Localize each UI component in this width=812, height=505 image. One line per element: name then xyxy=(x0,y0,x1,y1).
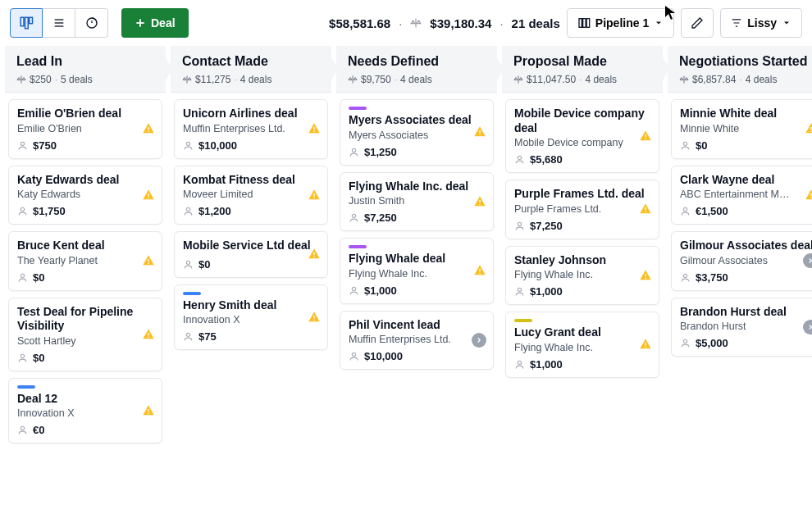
deal-title: Minnie White deal xyxy=(680,107,812,121)
deal-title: Myers Associates deal xyxy=(349,113,485,128)
column-header[interactable]: Contact Made$11,275·4 deals xyxy=(171,46,331,93)
pipeline-column: Needs Defined$9,750·4 dealsMyers Associa… xyxy=(336,46,497,450)
svg-rect-27 xyxy=(148,412,148,413)
column-header[interactable]: Lead In$250·5 deals xyxy=(5,46,166,93)
deal-value: $10,000 xyxy=(198,139,237,152)
deal-value: $750 xyxy=(33,139,57,152)
top-toolbar: Deal $58,581.68 · $39,180.34 · 21 deals … xyxy=(0,0,812,46)
next-stage-icon[interactable] xyxy=(803,253,812,268)
list-view-button[interactable] xyxy=(43,8,75,38)
svg-rect-26 xyxy=(148,409,148,412)
deal-card[interactable]: Mobile Device company dealMobile Device … xyxy=(505,99,659,173)
svg-rect-0 xyxy=(21,17,24,26)
person-icon xyxy=(17,206,28,216)
column-title: Proposal Made xyxy=(513,54,653,69)
add-deal-button[interactable]: Deal xyxy=(121,8,189,38)
deal-card[interactable]: Brandon Hurst dealBrandon Hurst$5,000 xyxy=(671,298,812,357)
svg-rect-64 xyxy=(810,131,811,132)
warning-icon xyxy=(142,328,155,341)
deal-count: 21 deals xyxy=(512,16,560,30)
forecast-view-button[interactable] xyxy=(75,8,108,38)
next-stage-icon[interactable] xyxy=(472,333,486,348)
deal-value-row: $0 xyxy=(183,258,319,271)
deal-card[interactable]: Purple Frames Ltd. dealPurple Frames Ltd… xyxy=(505,180,659,239)
deal-card[interactable]: Katy Edwards dealKaty Edwards$1,750 xyxy=(8,166,162,225)
deal-title: Deal 12 xyxy=(17,392,153,407)
deal-card[interactable]: Flying Whale dealFlying Whale Inc.$1,000 xyxy=(340,238,494,304)
svg-rect-2 xyxy=(30,17,33,24)
person-icon xyxy=(680,140,691,151)
deal-org: Muffin Enterprises Ltd. xyxy=(349,334,485,345)
deal-value-row: €1,500 xyxy=(680,205,812,217)
deal-value-row: $5,000 xyxy=(680,337,812,349)
pipeline-column: Proposal Made$11,047.50·4 dealsMobile De… xyxy=(502,46,663,450)
deal-org: Purple Frames Ltd. xyxy=(514,203,650,215)
card-tag-stripe xyxy=(183,292,201,295)
person-icon xyxy=(349,351,359,362)
svg-point-53 xyxy=(518,222,521,225)
deal-card[interactable]: Phil Vincent leadMuffin Enterprises Ltd.… xyxy=(340,311,494,371)
next-stage-icon[interactable] xyxy=(803,320,812,334)
deal-org: Myers Associates xyxy=(349,130,485,141)
column-header[interactable]: Negotiations Started$6,857.84·4 deals xyxy=(668,46,812,93)
svg-rect-17 xyxy=(148,193,148,196)
card-tag-stripe xyxy=(349,107,367,110)
pipeline-selector[interactable]: Pipeline 1 xyxy=(567,8,674,38)
scale-icon xyxy=(513,75,523,84)
deal-value-row: $1,000 xyxy=(514,358,650,371)
pencil-icon xyxy=(691,16,704,30)
svg-rect-32 xyxy=(313,193,314,196)
warning-icon xyxy=(805,189,812,202)
edit-pipeline-button[interactable] xyxy=(681,8,714,38)
column-title: Needs Defined xyxy=(348,54,487,69)
deal-title: Bruce Kent deal xyxy=(17,239,153,253)
warning-icon xyxy=(805,122,812,135)
deal-card[interactable]: Emilie O'Brien dealEmilie O'Brien$750 xyxy=(8,99,162,159)
list-icon xyxy=(52,16,66,30)
person-icon xyxy=(17,425,28,435)
deal-card[interactable]: Unicorn Airlines dealMuffin Enterprises … xyxy=(174,99,328,159)
svg-rect-30 xyxy=(313,131,314,132)
column-header[interactable]: Proposal Made$11,047.50·4 deals xyxy=(502,46,663,93)
deal-org: Moveer Limited xyxy=(183,189,319,200)
deal-org: ABC Entertainment M… xyxy=(680,189,812,200)
deal-value-row: $7,250 xyxy=(514,220,650,232)
deal-card[interactable]: Clark Wayne dealABC Entertainment M…€1,5… xyxy=(671,166,812,225)
deal-card[interactable]: Test Deal for Pipeline VisibilityScott H… xyxy=(8,298,162,371)
deal-value-row: $75 xyxy=(183,330,319,343)
warning-icon xyxy=(142,254,155,267)
deal-card[interactable]: Gilmour Associates dealGilmour Associate… xyxy=(671,231,812,291)
warning-icon xyxy=(473,125,486,139)
deal-card[interactable]: Kombat Fitness dealMoveer Limited$1,200 xyxy=(174,166,328,225)
user-filter-button[interactable]: Lissy xyxy=(720,8,802,38)
column-header[interactable]: Needs Defined$9,750·4 deals xyxy=(336,46,497,93)
warning-icon xyxy=(142,404,155,417)
deal-value-row: $1,250 xyxy=(349,146,485,158)
column-subtitle: $9,750·4 deals xyxy=(348,74,487,85)
deal-card[interactable]: Mobile Service Ltd deal$0 xyxy=(174,231,328,278)
deal-org: Katy Edwards xyxy=(17,189,153,200)
deal-card[interactable]: Lucy Grant dealFlying Whale Inc.$1,000 xyxy=(505,312,659,378)
deal-value: $1,000 xyxy=(364,284,397,297)
pipeline-icon xyxy=(577,16,591,30)
svg-point-28 xyxy=(186,142,189,145)
deal-value: $1,200 xyxy=(198,205,231,217)
person-icon xyxy=(349,147,359,157)
deal-title: Emilie O'Brien deal xyxy=(17,107,153,121)
kanban-view-button[interactable] xyxy=(10,8,43,38)
warning-icon xyxy=(639,338,652,351)
warning-icon xyxy=(639,202,652,216)
svg-rect-52 xyxy=(645,139,645,139)
deal-card[interactable]: Deal 12Innovation X€0 xyxy=(8,378,162,444)
deal-card[interactable]: Minnie White dealMinnie White$0 xyxy=(671,99,812,159)
column-subtitle: $6,857.84·4 deals xyxy=(679,74,812,85)
user-filter-label: Lissy xyxy=(747,16,777,30)
scale-icon xyxy=(16,75,26,84)
svg-rect-51 xyxy=(645,134,645,137)
deal-card[interactable]: Stanley JohnsonFlying Whale Inc.$1,000 xyxy=(505,246,659,306)
deal-card[interactable]: Myers Associates dealMyers Associates$1,… xyxy=(340,99,494,166)
deal-card[interactable]: Henry Smith dealInnovation X$75 xyxy=(174,284,328,351)
deal-card[interactable]: Flying Whale Inc. dealJustin Smith$7,250 xyxy=(340,172,494,232)
scale-icon xyxy=(410,17,422,29)
deal-card[interactable]: Bruce Kent dealThe Yearly Planet$0 xyxy=(8,231,162,291)
